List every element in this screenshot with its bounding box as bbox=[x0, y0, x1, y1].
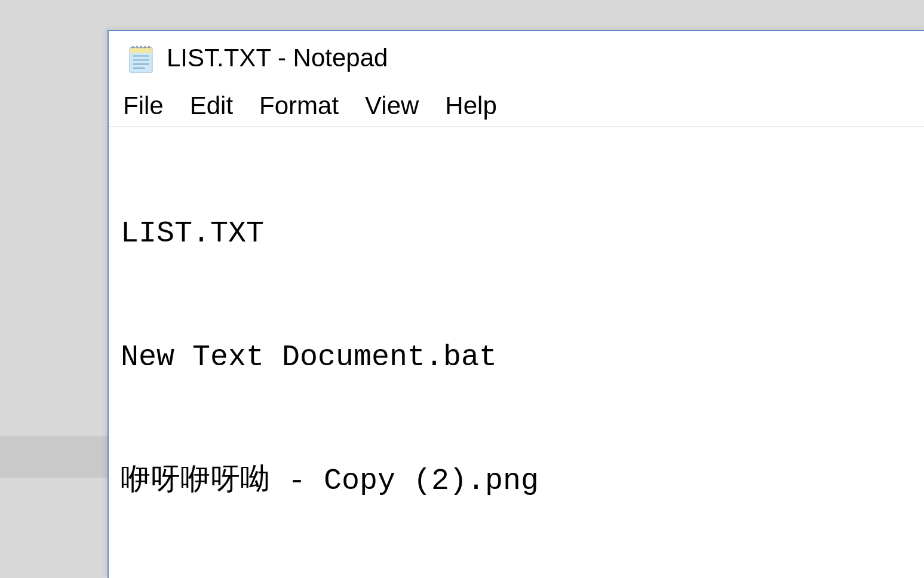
editor-line: 咿呀咿呀呦 - Copy (2).png bbox=[121, 460, 924, 501]
menu-edit[interactable]: Edit bbox=[177, 88, 246, 124]
menu-format[interactable]: Format bbox=[246, 88, 352, 124]
titlebar[interactable]: LIST.TXT - Notepad bbox=[109, 31, 924, 85]
notepad-icon bbox=[124, 41, 158, 75]
menubar: File Edit Format View Help bbox=[109, 85, 924, 127]
window-title: LIST.TXT - Notepad bbox=[167, 44, 388, 72]
menu-file[interactable]: File bbox=[119, 88, 177, 124]
editor-line: LIST.TXT bbox=[121, 213, 924, 254]
svg-point-6 bbox=[144, 46, 146, 48]
svg-point-4 bbox=[136, 46, 138, 48]
svg-point-3 bbox=[131, 46, 134, 48]
notepad-window: LIST.TXT - Notepad File Edit Format View… bbox=[108, 30, 924, 578]
svg-rect-2 bbox=[130, 48, 152, 53]
svg-point-5 bbox=[140, 46, 142, 48]
editor-line: New Text Document.bat bbox=[121, 337, 924, 378]
desktop-background-strip bbox=[0, 436, 108, 478]
text-editor-area[interactable]: LIST.TXT New Text Document.bat 咿呀咿呀呦 - C… bbox=[109, 127, 924, 578]
svg-point-7 bbox=[148, 46, 150, 48]
menu-view[interactable]: View bbox=[352, 88, 432, 124]
menu-help[interactable]: Help bbox=[432, 88, 509, 124]
